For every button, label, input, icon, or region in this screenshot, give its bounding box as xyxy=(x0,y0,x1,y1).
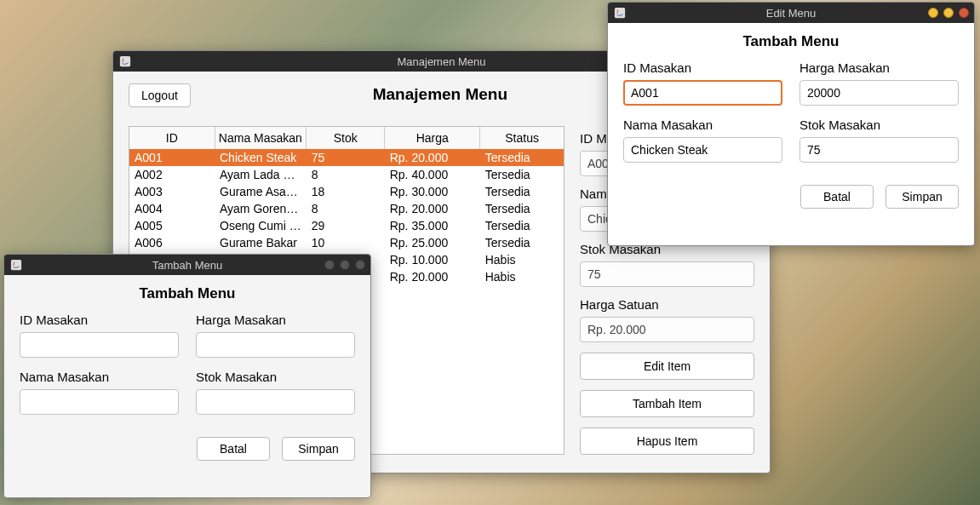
hapus-item-button[interactable]: Hapus Item xyxy=(580,428,754,455)
cell-stok: 29 xyxy=(307,217,385,234)
window-maximize-icon[interactable] xyxy=(943,8,954,18)
cell-stok: 75 xyxy=(307,149,385,166)
col-id[interactable]: ID xyxy=(129,127,215,149)
add-stok-input[interactable] xyxy=(196,389,355,415)
edit-stok-label: Stok Masakan xyxy=(799,118,959,132)
cell-nama: Chicken Steak xyxy=(215,149,307,166)
window-maximize-icon[interactable] xyxy=(340,260,350,270)
window-close-icon[interactable] xyxy=(355,260,365,270)
col-status[interactable]: Status xyxy=(480,127,564,149)
cell-id: A006 xyxy=(129,234,215,251)
svg-rect-1 xyxy=(615,8,625,18)
logout-button[interactable]: Logout xyxy=(129,83,191,107)
cell-nama: Gurame Asa… xyxy=(215,183,307,200)
cell-harga: Rp. 25.000 xyxy=(385,234,480,251)
table-row[interactable]: A001Chicken Steak75Rp. 20.000Tersedia xyxy=(129,149,564,166)
add-id-input[interactable] xyxy=(20,332,179,358)
cell-nama: Oseng Cumi … xyxy=(215,217,307,234)
cell-harga: Rp. 20.000 xyxy=(385,149,480,166)
cell-status: Tersedia xyxy=(480,149,564,166)
window-edit-menu: Edit Menu Tambah Menu ID Masakan Harga M… xyxy=(607,2,975,246)
cell-harga: Rp. 20.000 xyxy=(385,268,480,285)
batal-button[interactable]: Batal xyxy=(197,437,270,461)
cell-stok: 10 xyxy=(307,234,385,251)
table-row[interactable]: A006Gurame Bakar10Rp. 25.000Tersedia xyxy=(129,234,564,251)
cell-harga: Rp. 40.000 xyxy=(385,166,480,183)
edit-harga-input[interactable] xyxy=(799,80,959,106)
cell-harga: Rp. 30.000 xyxy=(385,183,480,200)
edit-id-label: ID Masakan xyxy=(623,60,782,75)
col-stok[interactable]: Stok xyxy=(307,127,385,149)
add-id-label: ID Masakan xyxy=(20,313,179,327)
edit-harga-label: Harga Masakan xyxy=(799,60,959,75)
add-stok-label: Stok Masakan xyxy=(196,370,355,384)
col-harga[interactable]: Harga xyxy=(385,127,480,149)
detail-stok-value: 75 xyxy=(580,261,754,287)
simpan-button[interactable]: Simpan xyxy=(885,185,959,209)
add-harga-label: Harga Masakan xyxy=(196,313,355,327)
table-row[interactable]: A004Ayam Goren…8Rp. 20.000Tersedia xyxy=(129,200,564,217)
cell-stok: 18 xyxy=(307,183,385,200)
cell-status: Habis xyxy=(480,251,564,268)
batal-button[interactable]: Batal xyxy=(800,185,874,209)
cell-stok: 8 xyxy=(307,166,385,183)
cell-status: Tersedia xyxy=(480,200,564,217)
java-icon xyxy=(9,258,23,272)
table-row[interactable]: A003Gurame Asa…18Rp. 30.000Tersedia xyxy=(129,183,564,200)
cell-harga: Rp. 10.000 xyxy=(385,251,480,268)
cell-id: A004 xyxy=(129,200,215,217)
cell-nama: Gurame Bakar xyxy=(215,234,307,251)
window-tambah-menu: Tambah Menu Tambah Menu ID Masakan Harga… xyxy=(3,254,371,498)
tambah-item-button[interactable]: Tambah Item xyxy=(580,390,754,417)
cell-id: A003 xyxy=(129,183,215,200)
svg-rect-2 xyxy=(11,260,21,270)
edit-nama-input[interactable] xyxy=(623,137,782,163)
cell-id: A001 xyxy=(129,149,215,166)
table-header-row: ID Nama Masakan Stok Harga Status xyxy=(129,127,564,149)
detail-harga-label: Harga Satuan xyxy=(580,297,754,312)
svg-rect-0 xyxy=(120,56,130,66)
add-harga-input[interactable] xyxy=(196,332,355,358)
window-title: Tambah Menu xyxy=(4,259,370,272)
detail-harga-value: Rp. 20.000 xyxy=(580,317,754,342)
window-title: Edit Menu xyxy=(608,7,974,20)
cell-harga: Rp. 35.000 xyxy=(385,217,480,234)
edit-item-button[interactable]: Edit Item xyxy=(580,353,754,380)
table-row[interactable]: A005Oseng Cumi …29Rp. 35.000Tersedia xyxy=(129,217,564,234)
dialog-heading: Tambah Menu xyxy=(623,33,959,50)
col-nama[interactable]: Nama Masakan xyxy=(215,127,307,149)
cell-stok: 8 xyxy=(307,200,385,217)
window-minimize-icon[interactable] xyxy=(928,8,938,18)
java-icon xyxy=(118,55,132,68)
titlebar[interactable]: Tambah Menu xyxy=(4,255,370,275)
titlebar[interactable]: Edit Menu xyxy=(608,3,974,23)
edit-nama-label: Nama Masakan xyxy=(623,118,782,132)
cell-nama: Ayam Lada … xyxy=(215,166,307,183)
cell-status: Tersedia xyxy=(480,183,564,200)
add-nama-label: Nama Masakan xyxy=(20,370,179,384)
edit-id-input[interactable] xyxy=(623,80,782,106)
add-nama-input[interactable] xyxy=(20,389,179,415)
cell-id: A002 xyxy=(129,166,215,183)
cell-status: Habis xyxy=(480,268,564,285)
cell-status: Tersedia xyxy=(480,234,564,251)
cell-status: Tersedia xyxy=(480,166,564,183)
dialog-heading: Tambah Menu xyxy=(20,285,355,302)
java-icon xyxy=(613,6,627,20)
simpan-button[interactable]: Simpan xyxy=(282,437,355,461)
cell-status: Tersedia xyxy=(480,217,564,234)
window-close-icon[interactable] xyxy=(959,8,969,18)
cell-harga: Rp. 20.000 xyxy=(385,200,480,217)
edit-stok-input[interactable] xyxy=(799,137,959,163)
cell-nama: Ayam Goren… xyxy=(215,200,307,217)
table-row[interactable]: A002Ayam Lada …8Rp. 40.000Tersedia xyxy=(129,166,564,183)
cell-id: A005 xyxy=(129,217,215,234)
window-minimize-icon[interactable] xyxy=(324,260,335,270)
